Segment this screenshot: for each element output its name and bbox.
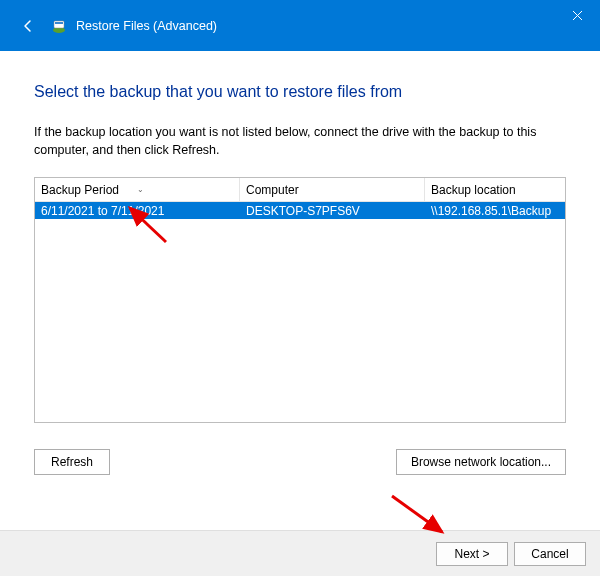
column-label: Backup location bbox=[431, 183, 516, 197]
refresh-button[interactable]: Refresh bbox=[34, 449, 110, 475]
list-header[interactable]: Backup Period ⌄ Computer Backup location bbox=[35, 178, 565, 202]
cell-computer: DESKTOP-S7PFS6V bbox=[240, 202, 425, 219]
content-area: Select the backup that you want to resto… bbox=[0, 51, 600, 485]
title-bar: Restore Files (Advanced) bbox=[0, 0, 600, 51]
sort-indicator-icon: ⌄ bbox=[137, 185, 144, 194]
app-icon bbox=[50, 17, 68, 35]
browse-network-button[interactable]: Browse network location... bbox=[396, 449, 566, 475]
svg-rect-2 bbox=[55, 22, 63, 24]
close-button[interactable] bbox=[554, 0, 600, 30]
page-description: If the backup location you want is not l… bbox=[34, 123, 566, 159]
backup-row[interactable]: 6/11/2021 to 7/11/2021 DESKTOP-S7PFS6V \… bbox=[35, 202, 565, 219]
column-backup-period[interactable]: Backup Period ⌄ bbox=[35, 178, 240, 201]
cancel-button[interactable]: Cancel bbox=[514, 542, 586, 566]
cell-location: \\192.168.85.1\Backup bbox=[425, 202, 565, 219]
window-title: Restore Files (Advanced) bbox=[76, 19, 217, 33]
next-button[interactable]: Next > bbox=[436, 542, 508, 566]
svg-line-4 bbox=[392, 496, 442, 532]
cell-period: 6/11/2021 to 7/11/2021 bbox=[35, 202, 240, 219]
page-heading: Select the backup that you want to resto… bbox=[34, 83, 566, 101]
column-computer[interactable]: Computer bbox=[240, 178, 425, 201]
action-row: Refresh Browse network location... bbox=[34, 449, 566, 475]
wizard-footer: Next > Cancel bbox=[0, 530, 600, 576]
column-label: Computer bbox=[246, 183, 299, 197]
column-backup-location[interactable]: Backup location bbox=[425, 178, 565, 201]
back-arrow-icon[interactable] bbox=[18, 16, 38, 36]
column-label: Backup Period bbox=[41, 183, 119, 197]
backup-list[interactable]: Backup Period ⌄ Computer Backup location… bbox=[34, 177, 566, 423]
